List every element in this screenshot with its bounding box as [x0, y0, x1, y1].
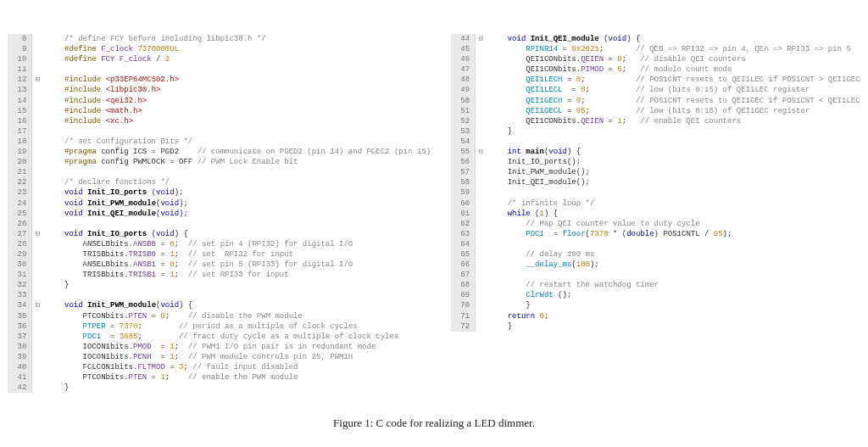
code-text: PTCONbits.PTEN = 1; // enable the PWM mo…	[42, 372, 298, 383]
line-number: 71	[451, 311, 476, 321]
line-number: 63	[451, 229, 476, 239]
fold-marker	[32, 352, 42, 362]
line-number: 29	[8, 249, 32, 260]
fold-marker	[476, 290, 486, 300]
fold-marker	[32, 187, 42, 198]
fold-marker	[32, 239, 42, 249]
fold-marker	[32, 219, 42, 229]
code-text: #pragma config ICS = PGD2 // communicate…	[42, 147, 431, 157]
line-number: 56	[451, 157, 476, 167]
code-text: QEI1CONbits.QEIEN = 0; // disable QEI co…	[486, 54, 746, 64]
line-number: 16	[8, 116, 32, 126]
line-number: 28	[8, 239, 32, 249]
code-line: 34⊟ void Init_PWM_module(void) {	[8, 300, 431, 310]
code-line: 50 QEI1GECH = 0; // POS1CNT resets to QE…	[451, 96, 860, 106]
code-line: 33	[8, 290, 431, 300]
line-number: 55	[451, 147, 476, 157]
code-text: QEI1GECL = 95; // low (bits 0:15) of QEI…	[486, 106, 810, 116]
code-text: return 0;	[486, 311, 548, 321]
code-text: #include <xc.h>	[42, 116, 133, 126]
fold-marker	[476, 300, 486, 310]
line-number: 49	[451, 85, 476, 95]
fold-marker	[32, 260, 42, 270]
code-line: 9 #define F_clock 7370000UL	[8, 44, 431, 54]
line-number: 25	[8, 209, 32, 219]
line-number: 58	[451, 177, 476, 187]
line-number: 41	[8, 372, 32, 383]
code-line: 41 PTCONbits.PTEN = 1; // enable the PWM…	[8, 372, 431, 383]
code-line: 19 #pragma config ICS = PGD2 // communic…	[8, 147, 431, 157]
code-line: 14 #include <qei32.h>	[8, 96, 431, 106]
fold-marker	[32, 372, 42, 383]
line-number: 65	[451, 249, 476, 260]
code-panel-left: 8 /* define FCY before including libpic3…	[8, 34, 431, 393]
code-line: 17	[8, 126, 431, 137]
fold-marker	[32, 85, 42, 95]
code-text: }	[486, 321, 512, 332]
fold-marker	[476, 177, 486, 187]
code-line: 10 #define FCY F_clock / 2	[8, 54, 431, 64]
line-number: 72	[451, 321, 476, 332]
fold-marker	[476, 311, 486, 321]
code-line: 20 #pragma config PWMLOCK = OFF // PWM L…	[8, 157, 431, 167]
fold-marker	[32, 126, 42, 137]
fold-marker	[32, 342, 42, 352]
code-text: /* define FCY before including libpic30.…	[42, 34, 265, 44]
code-line: 23 void Init_IO_ports (void);	[8, 187, 431, 198]
code-text: #include <math.h>	[42, 106, 142, 116]
code-text: void Init_QEI_module (void) {	[486, 34, 640, 44]
fold-marker	[476, 167, 486, 177]
code-text: ClrWdt ();	[486, 290, 571, 300]
line-number: 22	[8, 177, 32, 187]
code-line: 49 QEI1LECL = 0; // low (bits 0:15) of Q…	[451, 85, 860, 95]
code-line: 66 __delay_ms(100);	[451, 260, 860, 270]
code-text: QEI1GECH = 0; // POS1CNT resets to QEI1G…	[486, 96, 860, 106]
line-number: 23	[8, 187, 32, 198]
fold-marker	[32, 116, 42, 126]
fold-marker	[476, 239, 486, 249]
line-number: 64	[451, 239, 476, 249]
line-number: 12	[8, 75, 32, 85]
code-text: TRISBbits.TRISB0 = 1; // set RPI32 for i…	[42, 249, 293, 260]
code-line: 65 // delay 100 ms	[451, 249, 860, 260]
fold-marker[interactable]: ⊟	[476, 147, 486, 157]
fold-marker	[476, 137, 486, 147]
code-text: IOCON1bits.PMOD = 1; // PWM1 I/O pin pai…	[42, 342, 376, 352]
line-number: 59	[451, 187, 476, 198]
line-number: 45	[451, 44, 476, 54]
line-number: 20	[8, 157, 32, 167]
code-line: 59	[451, 187, 860, 198]
fold-marker	[476, 270, 486, 280]
code-line: 31 TRISBbits.TRISB1 = 1; // set RPI33 fo…	[8, 270, 431, 280]
fold-marker	[32, 270, 42, 280]
code-line: 15 #include <math.h>	[8, 106, 431, 116]
code-text: #include <qei32.h>	[42, 96, 147, 106]
fold-marker	[32, 321, 42, 332]
code-line: 57 Init_PWM_module();	[451, 167, 860, 177]
code-text: }	[486, 126, 512, 137]
code-text: TRISBbits.TRISB1 = 1; // set RPI33 for i…	[42, 270, 288, 280]
fold-marker	[476, 106, 486, 116]
fold-marker	[32, 147, 42, 157]
code-text: }	[42, 383, 69, 393]
fold-marker	[476, 321, 486, 332]
code-text: void Init_PWM_module(void);	[42, 198, 187, 209]
fold-marker	[32, 209, 42, 219]
code-line: 56 Init_IO_ports();	[451, 157, 860, 167]
fold-marker	[476, 209, 486, 219]
line-number: 17	[8, 126, 32, 137]
code-text: void Init_PWM_module(void) {	[42, 300, 192, 310]
fold-marker	[476, 249, 486, 260]
fold-marker	[32, 167, 42, 177]
fold-marker[interactable]: ⊟	[32, 229, 42, 239]
fold-marker[interactable]: ⊟	[32, 300, 42, 310]
code-line: 32 }	[8, 280, 431, 290]
fold-marker[interactable]: ⊟	[476, 34, 486, 44]
code-line: 46 QEI1CONbits.QEIEN = 0; // disable QEI…	[451, 54, 860, 64]
fold-marker[interactable]: ⊟	[32, 75, 42, 85]
line-number: 30	[8, 260, 32, 270]
figure-caption: Figure 1: C code for realizing a LED dim…	[34, 416, 834, 430]
code-text: while (1) {	[486, 209, 558, 219]
code-line: 38 IOCON1bits.PMOD = 1; // PWM1 I/O pin …	[8, 342, 431, 352]
line-number: 46	[451, 54, 476, 64]
